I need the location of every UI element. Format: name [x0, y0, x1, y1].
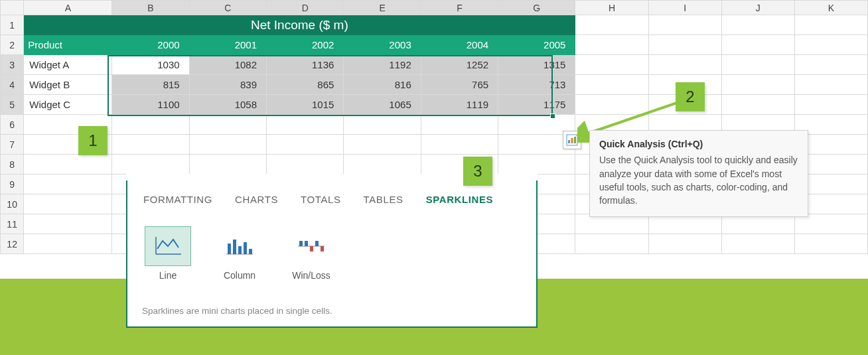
data-cell[interactable]: 765: [421, 75, 498, 95]
qa-option-line[interactable]: Line: [142, 226, 194, 281]
cell[interactable]: [794, 55, 867, 75]
cell[interactable]: [421, 115, 498, 135]
tooltip-body: Use the Quick Analysis tool to quickly a…: [599, 153, 798, 207]
select-all-cell[interactable]: [1, 1, 24, 15]
data-cell[interactable]: 1252: [421, 55, 498, 75]
row-header-4[interactable]: 4: [1, 75, 24, 95]
svg-rect-5: [238, 246, 242, 254]
qa-tab-totals[interactable]: TOTALS: [299, 190, 342, 209]
row-header-2[interactable]: 2: [1, 35, 24, 55]
data-cell[interactable]: 816: [344, 75, 421, 95]
col-header-K[interactable]: K: [794, 1, 867, 15]
cell[interactable]: [189, 135, 266, 155]
data-cell[interactable]: 713: [498, 75, 575, 95]
col-header-J[interactable]: J: [721, 1, 794, 15]
data-cell[interactable]: 1175: [498, 95, 575, 115]
cell[interactable]: [648, 234, 721, 254]
data-cell[interactable]: 1058: [189, 95, 266, 115]
qa-tab-charts[interactable]: CHARTS: [234, 190, 279, 209]
cell[interactable]: [421, 135, 498, 155]
row-header-9[interactable]: 9: [1, 175, 24, 194]
cell[interactable]: [575, 75, 648, 95]
cell[interactable]: [575, 35, 648, 55]
row-header-8[interactable]: 8: [1, 155, 24, 175]
col-header-I[interactable]: I: [648, 1, 721, 15]
data-cell[interactable]: 839: [189, 75, 266, 95]
cell[interactable]: [344, 135, 421, 155]
col-header-E[interactable]: E: [344, 1, 421, 15]
col-header-D[interactable]: D: [267, 1, 344, 15]
qa-option-label: Line: [159, 270, 177, 281]
row-header-10[interactable]: 10: [1, 194, 24, 214]
row-header-7[interactable]: 7: [1, 135, 24, 155]
qa-option-winloss[interactable]: Win/Loss: [285, 226, 337, 281]
col-header-G[interactable]: G: [498, 1, 575, 15]
col-header-F[interactable]: F: [421, 1, 498, 15]
col-header-A[interactable]: A: [24, 1, 112, 15]
cell[interactable]: [189, 155, 266, 175]
cell[interactable]: [794, 75, 867, 95]
cell[interactable]: [112, 115, 189, 135]
col-header-H[interactable]: H: [575, 1, 648, 15]
cell[interactable]: [267, 115, 344, 135]
cell[interactable]: [24, 175, 112, 194]
qa-option-label: Column: [224, 270, 255, 281]
cell[interactable]: [721, 75, 794, 95]
cell[interactable]: [794, 15, 867, 35]
cell[interactable]: [344, 155, 421, 175]
cell[interactable]: [267, 155, 344, 175]
cell[interactable]: [794, 234, 867, 254]
product-name: Widget B: [24, 75, 112, 95]
cell[interactable]: [721, 55, 794, 75]
quick-analysis-tooltip: Quick Analysis (Ctrl+Q) Use the Quick An…: [589, 130, 808, 217]
cell[interactable]: [721, 234, 794, 254]
cell[interactable]: [721, 15, 794, 35]
row-header-11[interactable]: 11: [1, 214, 24, 234]
callout-box-2: 2: [676, 82, 705, 111]
cell[interactable]: [24, 234, 112, 254]
cell[interactable]: [575, 15, 648, 35]
cell[interactable]: [24, 155, 112, 175]
cell[interactable]: [794, 95, 867, 115]
data-cell[interactable]: 1082: [189, 55, 266, 75]
cell[interactable]: [112, 155, 189, 175]
data-cell[interactable]: 865: [267, 75, 344, 95]
data-cell[interactable]: 1119: [421, 95, 498, 115]
data-cell[interactable]: 1136: [267, 55, 344, 75]
selection-fill-handle[interactable]: [550, 113, 555, 119]
data-cell[interactable]: 1192: [344, 55, 421, 75]
cell[interactable]: [498, 155, 575, 175]
row-header-1[interactable]: 1: [1, 15, 24, 35]
cell[interactable]: [344, 115, 421, 135]
cell[interactable]: [575, 55, 648, 75]
row-header-12[interactable]: 12: [1, 234, 24, 254]
cell[interactable]: [575, 234, 648, 254]
cell[interactable]: [189, 115, 266, 135]
cell[interactable]: [24, 194, 112, 214]
cell[interactable]: [648, 55, 721, 75]
data-cell[interactable]: 1065: [344, 95, 421, 115]
cell[interactable]: [648, 15, 721, 35]
qa-tab-formatting[interactable]: FORMATTING: [142, 190, 214, 209]
cell[interactable]: [267, 135, 344, 155]
col-header-C[interactable]: C: [189, 1, 266, 15]
cell[interactable]: [24, 214, 112, 234]
row-header-3[interactable]: 3: [1, 55, 24, 75]
cell[interactable]: [112, 135, 189, 155]
svg-rect-4: [233, 240, 236, 254]
row-header-6[interactable]: 6: [1, 115, 24, 135]
data-cell[interactable]: 1030: [112, 55, 189, 75]
cell[interactable]: [721, 35, 794, 55]
qa-option-column[interactable]: Column: [214, 226, 265, 281]
cell[interactable]: [794, 35, 867, 55]
qa-tab-sparklines[interactable]: SPARKLINES: [425, 190, 495, 209]
data-cell[interactable]: 815: [112, 75, 189, 95]
col-header-B[interactable]: B: [112, 1, 189, 15]
cell[interactable]: [648, 35, 721, 55]
cell[interactable]: [721, 95, 794, 115]
data-cell[interactable]: 1015: [267, 95, 344, 115]
data-cell[interactable]: 1100: [112, 95, 189, 115]
data-cell[interactable]: 1315: [498, 55, 575, 75]
qa-tab-tables[interactable]: TABLES: [362, 190, 405, 209]
row-header-5[interactable]: 5: [1, 95, 24, 115]
